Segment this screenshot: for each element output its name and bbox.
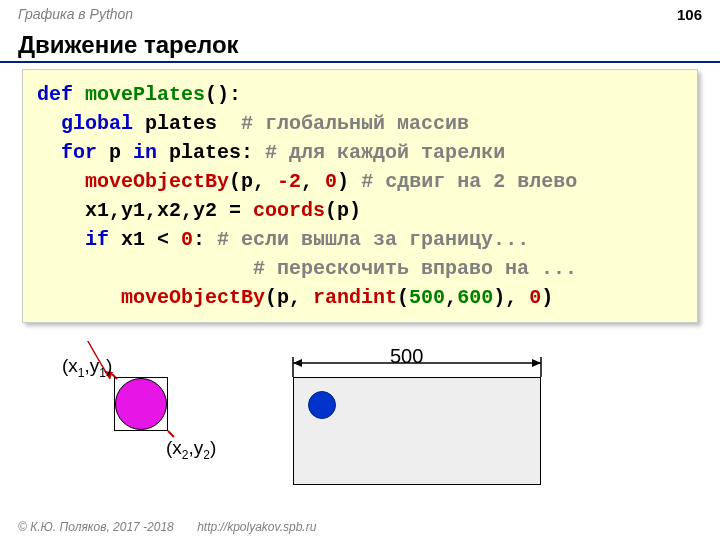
comma: , [445, 286, 457, 309]
lbl-part: ) [210, 437, 216, 458]
parens: (): [205, 83, 241, 106]
blue-plate [308, 391, 336, 419]
kw-if: if [85, 228, 109, 251]
comment: # сдвиг на 2 влево [361, 170, 577, 193]
fn-call: moveObjectBy [85, 170, 229, 193]
lbl-sub: 1 [99, 366, 106, 380]
coord-label-top: (x1,y1) [62, 355, 112, 380]
footer: © К.Ю. Поляков, 2017 -2018 http://kpolya… [18, 520, 316, 534]
args: (p) [325, 199, 361, 222]
dimension-label: 500 [390, 345, 423, 368]
paren: ) [493, 286, 505, 309]
diagram: (x1,y1) (x2,y2) 500 [0, 341, 720, 511]
indent [37, 112, 61, 135]
num: 0 [325, 170, 337, 193]
assign-lhs: x1,y1,x2,y2 = [85, 199, 253, 222]
paren: (p, [229, 170, 277, 193]
indent [37, 170, 85, 193]
num: 500 [409, 286, 445, 309]
iter-target: plates: [157, 141, 265, 164]
cond: x1 < [109, 228, 181, 251]
lbl-part: ,y [85, 355, 100, 376]
indent [37, 199, 85, 222]
num: 0 [181, 228, 193, 251]
footer-link[interactable]: http://kpolyakov.spb.ru [197, 520, 316, 534]
header-bar: Графика в Python 106 [0, 0, 720, 23]
num: -2 [277, 170, 301, 193]
lbl-part: ,y [189, 437, 204, 458]
arrowhead-icon [293, 359, 302, 367]
lbl-sub: 2 [182, 448, 189, 462]
num: 0 [529, 286, 541, 309]
copyright: © К.Ю. Поляков, 2017 -2018 [18, 520, 174, 534]
comment: # перескочить вправо на ... [253, 257, 577, 280]
paren: ) [541, 286, 553, 309]
slide-title: Движение тарелок [0, 23, 720, 63]
indent [37, 286, 121, 309]
indent [37, 141, 61, 164]
comment: # если вышла за границу... [217, 228, 529, 251]
lbl-sub: 2 [203, 448, 210, 462]
comma: , [301, 170, 325, 193]
lbl-part: (x [166, 437, 182, 458]
colon: : [193, 228, 217, 251]
fn-call: moveObjectBy [121, 286, 265, 309]
coord-label-bottom: (x2,y2) [166, 437, 216, 462]
lbl-sub: 1 [78, 366, 85, 380]
lbl-part: ) [106, 355, 112, 376]
arrowhead-icon [532, 359, 541, 367]
indent [37, 228, 85, 251]
plate-circle [115, 378, 167, 430]
comment: # для каждой тарелки [265, 141, 505, 164]
indent [37, 257, 253, 280]
kw-in: in [133, 141, 157, 164]
fn-name: movePlates [85, 83, 205, 106]
lbl-part: (x [62, 355, 78, 376]
var-plates: plates [133, 112, 241, 135]
fn-call: coords [253, 199, 325, 222]
kw-global: global [61, 112, 133, 135]
paren: (p, [265, 286, 313, 309]
fn-call: randint [313, 286, 397, 309]
comma: , [505, 286, 529, 309]
paren: ( [397, 286, 409, 309]
comment: # глобальный массив [241, 112, 469, 135]
num: 600 [457, 286, 493, 309]
page-number: 106 [677, 6, 702, 23]
code-block: def movePlates(): global plates # глобал… [22, 69, 698, 323]
paren: ) [337, 170, 361, 193]
kw-for: for [61, 141, 97, 164]
kw-def: def [37, 83, 73, 106]
loop-var: p [97, 141, 133, 164]
course-name: Графика в Python [18, 6, 133, 23]
